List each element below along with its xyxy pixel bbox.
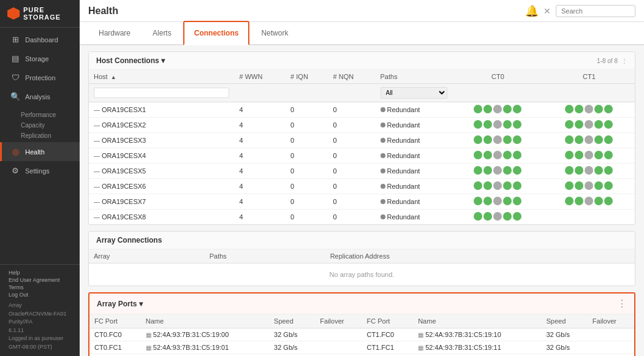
cell-nqn: 0 [328, 194, 376, 210]
cell-ct1 [544, 118, 635, 133]
cell-left-failover [315, 354, 362, 357]
ap-col-fc-port-right: FC Port [362, 314, 413, 328]
cell-right-speed: 32 Gb/s [542, 328, 588, 341]
table-row: CT0.FC1 ▦ 52:4A:93:7B:31:C5:19:01 32 Gb/… [89, 341, 634, 354]
sidebar-item-label: Storage [25, 55, 49, 62]
sidebar-item-dashboard[interactable]: ⊞ Dashboard [0, 30, 80, 49]
table-row: ― ORA19CESX1 4 0 0 Redundant [89, 102, 635, 118]
cell-iqn: 0 [286, 164, 328, 179]
tab-connections[interactable]: Connections [183, 21, 250, 45]
cell-left-speed: 0 [269, 354, 315, 357]
cell-paths: Redundant [376, 194, 452, 210]
cell-ct0 [452, 133, 544, 148]
cell-left-failover [315, 328, 362, 341]
ap-col-fc-port-left: FC Port [89, 314, 141, 328]
array-connections-header: Array Connections [89, 232, 635, 249]
table-row: CT0.FC2 ▦ 52:4A:93:7B:31:C5:19:02 0 CT1.… [89, 354, 634, 357]
sidebar-item-label: Analysis [25, 93, 50, 100]
cell-host: ― ORA19CESX7 [89, 194, 234, 210]
array-ports-header: Array Ports ▾ ⋮ [89, 294, 634, 314]
tab-hardware[interactable]: Hardware [88, 21, 141, 44]
sidebar-item-performance[interactable]: Performance [9, 110, 71, 120]
host-filter-input[interactable] [94, 88, 229, 98]
cell-ct1 [544, 148, 635, 164]
footer-link-terms[interactable]: Terms [9, 284, 71, 290]
table-row: CT0.FC0 ▦ 52:4A:93:7B:31:C5:19:00 32 Gb/… [89, 328, 634, 341]
sort-icon: ▲ [111, 74, 116, 80]
sidebar-item-capacity[interactable]: Capacity [9, 120, 71, 131]
table-row: ― ORA19CESX6 4 0 0 Redundant [89, 179, 635, 194]
filter-paths: All [376, 84, 452, 102]
array-connections-title[interactable]: Array Connections [96, 236, 162, 244]
search-input[interactable] [556, 5, 635, 17]
sidebar-logo: PURESTORAGE [0, 0, 80, 28]
table-row: ― ORA19CESX3 4 0 0 Redundant [89, 133, 635, 148]
cell-paths: Redundant [376, 133, 452, 148]
ap-col-speed-right: Speed [542, 314, 588, 328]
footer-link-help[interactable]: Help [9, 270, 71, 276]
cell-host: ― ORA19CESX2 [89, 118, 234, 133]
footer-link-logout[interactable]: Log Out [9, 292, 71, 298]
sidebar-item-replication[interactable]: Replication [9, 131, 71, 141]
host-connections-menu[interactable]: ⋮ [621, 58, 627, 64]
cell-wwn: 4 [234, 133, 286, 148]
filter-host [89, 84, 234, 102]
cell-nqn: 0 [328, 133, 376, 148]
ap-col-name-right: Name [413, 314, 541, 328]
array-ports-menu[interactable]: ⋮ [617, 298, 627, 309]
cell-paths: Redundant [376, 164, 452, 179]
cell-iqn: 0 [286, 118, 328, 133]
cell-ct0 [452, 179, 544, 194]
paths-filter-select[interactable]: All [381, 87, 447, 99]
col-array: Array [89, 249, 205, 263]
cell-host: ― ORA19CESX1 [89, 102, 234, 118]
sidebar-item-label: Dashboard [25, 36, 58, 44]
cell-ct1 [544, 164, 635, 179]
cell-right-name: ▦ 52:4A:93:7B:31:C5:19:10 [413, 328, 541, 341]
pure-storage-logo-icon [7, 7, 20, 20]
cell-right-failover [588, 341, 634, 354]
cell-paths: Redundant [376, 148, 452, 164]
array-ports-title[interactable]: Array Ports ▾ [97, 300, 143, 308]
cell-wwn: 4 [234, 102, 286, 118]
tab-alerts[interactable]: Alerts [142, 21, 182, 44]
host-connections-title[interactable]: Host Connections ▾ [96, 56, 165, 65]
table-row: ― ORA19CESX4 4 0 0 Redundant [89, 148, 635, 164]
cell-ct1 [544, 133, 635, 148]
sidebar-item-protection[interactable]: 🛡 Protection [0, 68, 80, 87]
logged-in-label: Logged in as pureuser [9, 335, 71, 343]
cell-left-name: ▦ 52:4A:93:7B:31:C5:19:02 [141, 354, 269, 357]
cell-paths: Redundant [376, 210, 452, 225]
host-connections-header: Host Connections ▾ 1-8 of 8 ⋮ [89, 52, 635, 70]
close-icon[interactable]: ✕ [544, 6, 551, 16]
alert-bell-icon[interactable]: 🔔 [525, 4, 539, 18]
array-connections-section: Array Connections Array Paths Replicatio… [88, 231, 635, 286]
ap-col-speed-left: Speed [269, 314, 315, 328]
cell-left-name: ▦ 52:4A:93:7B:31:C5:19:00 [141, 328, 269, 341]
tab-network[interactable]: Network [251, 21, 298, 44]
sidebar-item-settings[interactable]: ⚙ Settings [0, 161, 80, 180]
cell-ct0 [452, 102, 544, 118]
footer-link-eula[interactable]: End User Agreement [9, 277, 71, 283]
sidebar-item-analysis[interactable]: 🔍 Analysis [0, 87, 80, 106]
cell-paths: Redundant [376, 102, 452, 118]
col-host: Host ▲ [89, 70, 234, 84]
cell-right-port: CT1.FC1 [362, 341, 413, 354]
array-ports-table: FC Port Name Speed Failover FC Port Name… [89, 314, 634, 356]
cell-ct0 [452, 164, 544, 179]
topbar-right: 🔔 ✕ [525, 4, 635, 18]
cell-right-speed: 0 [542, 354, 588, 357]
ap-col-failover-right: Failover [588, 314, 634, 328]
cell-ct0 [452, 148, 544, 164]
cell-right-port: CT1.FC2 [362, 354, 413, 357]
logo-text: PURESTORAGE [23, 6, 61, 21]
cell-right-name: ▦ 52:4A:93:7B:31:C5:19:11 [413, 341, 541, 354]
cell-iqn: 0 [286, 133, 328, 148]
sidebar-item-storage[interactable]: ▤ Storage [0, 49, 80, 68]
timezone-label: GMT-08:00 (PST) [9, 343, 71, 352]
array-connections-table: Array Paths Replication Address No array… [89, 249, 635, 286]
sidebar-item-health[interactable]: ◎ Health [0, 142, 80, 161]
analysis-submenu: Performance Capacity Replication [0, 106, 80, 142]
sidebar-footer: Help End User Agreement Terms Log Out Ar… [0, 264, 80, 356]
cell-left-speed: 32 Gb/s [269, 341, 315, 354]
